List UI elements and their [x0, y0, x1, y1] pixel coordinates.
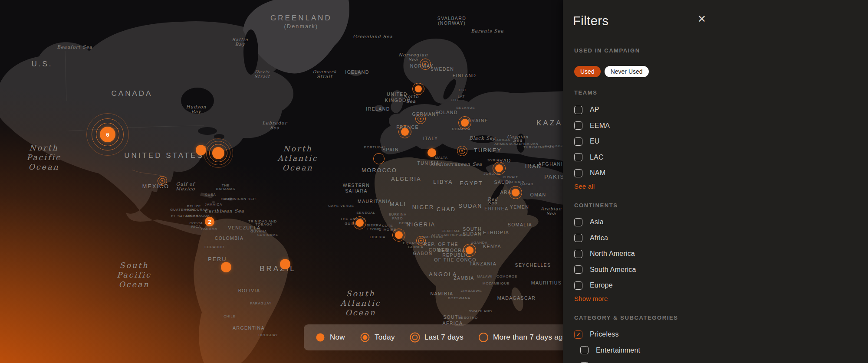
checkbox-row-south-america[interactable]: South America: [574, 262, 636, 278]
checkbox-row-asia[interactable]: Asia: [574, 214, 636, 230]
checkbox-row-unlabeled[interactable]: [574, 358, 640, 363]
checkbox-label: Africa: [590, 234, 608, 242]
section-label-teams: TEAMS: [574, 89, 598, 96]
checkbox-row-nam[interactable]: NAM: [574, 165, 610, 181]
legend-item-now: Now: [315, 332, 345, 343]
show-more-link[interactable]: Show more: [574, 295, 608, 302]
filters-panel: Filters ✕ USED IN CAMPAIGN UsedNever Use…: [563, 0, 868, 363]
legend-item-today: Today: [360, 332, 395, 343]
categories-checklist: ✓PricelessEntertainment: [574, 327, 640, 363]
legend-last7-icon: [410, 332, 420, 343]
checkbox-row-eema[interactable]: EEMA: [574, 118, 610, 134]
checkbox-icon[interactable]: [580, 346, 589, 354]
checkbox-icon[interactable]: [574, 106, 582, 114]
legend-today-icon: [360, 332, 370, 343]
checkbox-label: EU: [590, 137, 600, 145]
checkbox-label: EEMA: [590, 122, 610, 130]
checkbox-label: LAC: [590, 154, 604, 161]
world-map[interactable]: U.S.CANADAUNITED STATESBRAZILKAZAKHSTANG…: [0, 0, 563, 363]
legend-plus7-icon: [478, 332, 489, 343]
checkbox-row-europe[interactable]: Europe: [574, 278, 636, 294]
checkbox-icon[interactable]: [574, 153, 582, 161]
checkbox-icon[interactable]: [574, 250, 582, 258]
used-in-campaign-options: UsedNever Used: [574, 66, 649, 77]
checkbox-label: South America: [590, 266, 636, 274]
legend-item-last7: Last 7 days: [410, 332, 464, 343]
filter-pill-never-used[interactable]: Never Used: [605, 66, 649, 77]
checkbox-label: Asia: [590, 218, 604, 226]
checkbox-icon[interactable]: [574, 281, 582, 290]
checkbox-icon[interactable]: [574, 218, 582, 226]
legend-label: Today: [375, 333, 395, 342]
checkbox-row-eu[interactable]: EU: [574, 134, 610, 150]
map-markers: 62: [0, 0, 563, 363]
checkbox-label: AP: [590, 106, 599, 114]
checkbox-row-lac[interactable]: LAC: [574, 150, 610, 166]
checkbox-row-priceless[interactable]: ✓Priceless: [574, 327, 640, 343]
checkbox-label: NAM: [590, 169, 605, 177]
section-label-used-in-campaign: USED IN CAMPAIGN: [574, 47, 640, 54]
marker-count: 6: [106, 131, 109, 138]
checkbox-checked-icon[interactable]: ✓: [574, 330, 582, 339]
filters-panel-title: Filters: [573, 14, 608, 28]
section-label-continents: CONTINENTS: [574, 202, 618, 209]
legend-label: Last 7 days: [424, 333, 464, 342]
checkbox-icon[interactable]: [574, 121, 582, 130]
filter-pill-used[interactable]: Used: [574, 66, 601, 77]
legend-label: Now: [330, 333, 345, 342]
teams-checklist: APEEMAEULACNAM: [574, 102, 610, 181]
close-icon[interactable]: ✕: [697, 14, 706, 24]
legend-now-icon: [315, 332, 326, 343]
checkbox-icon[interactable]: [574, 234, 582, 242]
checkbox-icon[interactable]: [574, 137, 582, 146]
map-legend: NowTodayLast 7 daysMore than 7 days ago: [304, 324, 563, 350]
see-all-link[interactable]: See all: [574, 183, 595, 190]
checkbox-label: North America: [590, 250, 635, 258]
marker-count: 2: [208, 219, 211, 225]
legend-label: More than 7 days ago: [493, 333, 563, 342]
legend-item-plus7: More than 7 days ago: [478, 332, 563, 343]
checkbox-row-entertainment[interactable]: Entertainment: [574, 343, 640, 359]
checkbox-row-africa[interactable]: Africa: [574, 230, 636, 246]
checkbox-icon[interactable]: [574, 169, 582, 177]
section-label-categories: CATEGORY & SUBCATEGORIES: [574, 314, 678, 321]
checkbox-row-ap[interactable]: AP: [574, 102, 610, 118]
continents-checklist: AsiaAfricaNorth AmericaSouth AmericaEuro…: [574, 214, 636, 294]
checkbox-label: Europe: [590, 281, 613, 289]
checkbox-icon[interactable]: [574, 265, 582, 274]
checkbox-label: Entertainment: [596, 347, 640, 354]
checkbox-row-north-america[interactable]: North America: [574, 246, 636, 262]
checkbox-label: Priceless: [590, 330, 619, 338]
